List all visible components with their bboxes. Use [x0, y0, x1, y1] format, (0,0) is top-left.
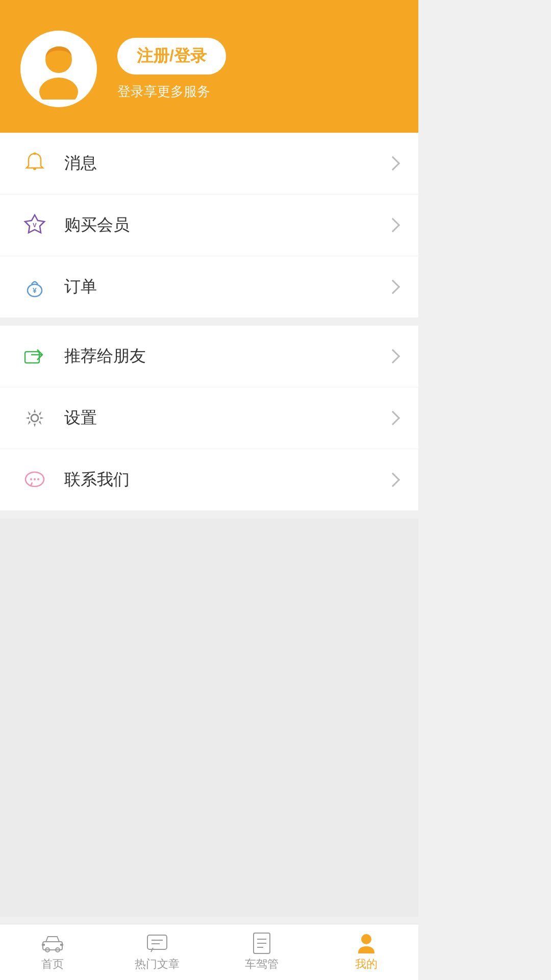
avatar	[20, 31, 97, 107]
profile-header: 注册/登录 登录享更多服务	[0, 0, 418, 133]
register-login-button[interactable]: 注册/登录	[117, 38, 226, 75]
menu-item-orders[interactable]: ¥ 订单	[0, 256, 418, 317]
menu-item-settings[interactable]: 设置	[0, 387, 418, 449]
svg-rect-8	[25, 352, 39, 363]
nav-item-home[interactable]: 首页	[0, 933, 105, 972]
svg-rect-19	[42, 944, 45, 946]
chevron-icon	[386, 473, 400, 487]
vip-label: 购买会员	[64, 214, 388, 236]
chevron-icon	[386, 218, 400, 232]
svg-text:¥: ¥	[33, 286, 37, 295]
bell-icon	[20, 149, 49, 178]
svg-point-13	[30, 478, 32, 480]
svg-point-11	[31, 414, 38, 422]
articles-nav-label: 热门文章	[135, 957, 180, 972]
svg-point-15	[37, 478, 39, 480]
chat-icon	[20, 465, 49, 494]
menu-item-contact[interactable]: 联系我们	[0, 449, 418, 510]
person-icon	[354, 933, 379, 953]
messages-label: 消息	[64, 152, 388, 175]
contact-label: 联系我们	[64, 469, 388, 491]
svg-point-1	[39, 78, 78, 100]
svg-rect-2	[33, 168, 36, 170]
svg-point-14	[34, 478, 36, 480]
message-icon	[145, 933, 169, 953]
menu-item-recommend[interactable]: 推荐给朋友	[0, 326, 418, 387]
bag-icon: ¥	[20, 273, 49, 301]
settings-label: 设置	[64, 407, 388, 429]
vip-icon: V	[20, 211, 49, 239]
recommend-label: 推荐给朋友	[64, 345, 388, 368]
svg-rect-20	[60, 944, 63, 946]
nav-item-mine[interactable]: 我的	[314, 933, 418, 972]
chevron-icon	[386, 349, 400, 363]
svg-text:V: V	[33, 222, 37, 228]
chevron-icon	[386, 411, 400, 425]
share-icon	[20, 342, 49, 371]
chevron-icon	[386, 156, 400, 170]
menu-item-vip[interactable]: V 购买会员	[0, 194, 418, 256]
svg-point-3	[34, 153, 36, 155]
orders-label: 订单	[64, 276, 388, 298]
car-icon	[40, 933, 65, 953]
nav-item-articles[interactable]: 热门文章	[105, 933, 209, 972]
header-info: 注册/登录 登录享更多服务	[117, 38, 226, 101]
menu-item-messages[interactable]: 消息	[0, 133, 418, 194]
nav-item-driving[interactable]: 车驾管	[209, 933, 314, 972]
home-nav-label: 首页	[41, 957, 64, 972]
svg-rect-21	[147, 935, 167, 949]
empty-area	[0, 519, 418, 917]
login-subtitle: 登录享更多服务	[117, 83, 226, 101]
menu-section-1: 消息 V 购买会员 ¥ 订单	[0, 133, 418, 317]
bottom-navigation: 首页 热门文章 车驾管	[0, 924, 418, 980]
driving-nav-label: 车驾管	[245, 957, 279, 972]
document-icon	[249, 933, 274, 953]
chevron-icon	[386, 280, 400, 294]
svg-point-28	[361, 934, 371, 944]
gear-icon	[20, 404, 49, 432]
menu-section-2: 推荐给朋友 设置 联系我们	[0, 326, 418, 510]
mine-nav-label: 我的	[355, 957, 378, 972]
